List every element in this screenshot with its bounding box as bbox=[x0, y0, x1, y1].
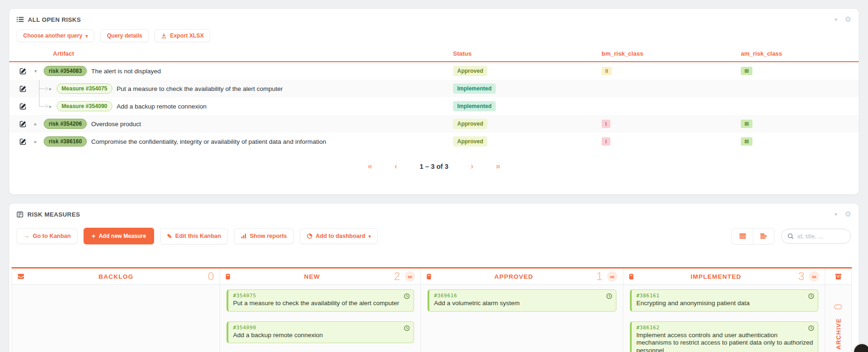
expand-row-icon[interactable]: ▸ bbox=[34, 121, 37, 127]
column-body-archive[interactable]: ARCHIVE 0 bbox=[825, 285, 851, 352]
search-input[interactable] bbox=[797, 233, 848, 240]
card-icon bbox=[427, 274, 431, 280]
table-row-risk-354206[interactable]: ▸ risk #354206 Overdose product Approved… bbox=[9, 115, 859, 133]
column-body-new[interactable]: #354075 Put a measure to check the avail… bbox=[220, 285, 421, 352]
pagination-prev-button[interactable]: ‹ bbox=[395, 161, 397, 171]
card-id: #386162 bbox=[636, 325, 813, 331]
card-icon bbox=[629, 274, 634, 280]
collapse-panel-icon[interactable]: ▾ bbox=[835, 211, 837, 218]
expand-row-icon[interactable]: ▸ bbox=[49, 103, 52, 109]
am-risk-class-badge: III bbox=[741, 137, 752, 146]
clock-icon bbox=[808, 293, 814, 299]
table-row-measure-354090[interactable]: ▸ Measure #354090 Add a backup remote co… bbox=[9, 97, 859, 115]
edit-icon[interactable] bbox=[16, 121, 30, 128]
choose-query-button[interactable]: Choose another query ▾ bbox=[17, 29, 94, 42]
table-row-measure-354075[interactable]: ▸ Measure #354075 Put a measure to check… bbox=[9, 80, 859, 97]
card-title: Add a volumetric alarm system bbox=[434, 300, 611, 307]
bm-risk-class-badge: I bbox=[602, 120, 610, 128]
collapse-panel-icon[interactable]: ▾ bbox=[835, 16, 837, 23]
pagination-next-button[interactable]: › bbox=[471, 161, 473, 171]
bm-risk-class-badge: I bbox=[602, 137, 610, 146]
measure-badge[interactable]: Measure #354075 bbox=[57, 83, 113, 94]
dashboard-icon bbox=[307, 233, 312, 239]
gear-icon[interactable]: ⚙ bbox=[845, 16, 851, 23]
table-row-risk-354083[interactable]: ▾ risk #354083 The alert is not displaye… bbox=[9, 62, 859, 80]
edit-icon[interactable] bbox=[16, 68, 30, 75]
column-body-backlog[interactable] bbox=[12, 285, 220, 352]
column-header-status: Status bbox=[446, 50, 594, 57]
expand-row-icon[interactable]: ▸ bbox=[34, 139, 37, 145]
measures-panel-header: RISK MEASURES ▾ ⚙ bbox=[9, 204, 859, 220]
measures-toolbar: → Go to Kanban + Add new Measure ✎ Edit … bbox=[9, 220, 859, 244]
risks-panel: ALL OPEN RISKS ▾ ⚙ Choose another query … bbox=[9, 8, 859, 195]
measures-panel-title: RISK MEASURES bbox=[27, 211, 80, 218]
clock-icon bbox=[606, 293, 612, 299]
gear-icon[interactable]: ⚙ bbox=[845, 211, 851, 218]
bm-risk-class-badge: II bbox=[602, 67, 612, 75]
table-row-risk-386160[interactable]: ▸ risk #386160 Compromise the confidenti… bbox=[9, 133, 859, 150]
show-reports-button[interactable]: Show reports bbox=[234, 228, 294, 244]
status-badge: Implemented bbox=[453, 101, 496, 111]
risk-badge[interactable]: risk #354083 bbox=[44, 66, 87, 76]
add-to-dashboard-button[interactable]: Add to dashboard ▾ bbox=[300, 228, 378, 244]
kanban-column-backlog: BACKLOG 0 bbox=[12, 269, 220, 352]
chart-icon bbox=[241, 233, 246, 239]
pagination-first-button[interactable]: « bbox=[368, 161, 372, 171]
column-count: 0 bbox=[208, 271, 214, 282]
row-title: Put a measure to check the availability … bbox=[117, 85, 283, 92]
risks-panel-title: ALL OPEN RISKS bbox=[28, 16, 81, 23]
column-count: 1 bbox=[596, 271, 602, 282]
edit-icon[interactable] bbox=[16, 85, 30, 92]
view-compact-button[interactable] bbox=[753, 229, 774, 244]
go-to-kanban-button[interactable]: → Go to Kanban bbox=[17, 228, 78, 244]
column-title-new[interactable]: NEW bbox=[235, 273, 389, 280]
kanban-column-new: NEW 2 ∞ #354075 Put a measure to check t… bbox=[220, 269, 421, 352]
view-toggle-group bbox=[732, 228, 774, 244]
measure-card-386161[interactable]: #386161 Encrypting and anonymising patie… bbox=[630, 289, 818, 312]
column-header-bm-risk-class: bm_risk_class bbox=[594, 50, 733, 57]
add-new-measure-button[interactable]: + Add new Measure bbox=[84, 228, 154, 244]
collapse-row-icon[interactable]: ▾ bbox=[34, 68, 37, 74]
pagination: « ‹ 1 – 3 of 3 › » bbox=[9, 161, 859, 171]
search-box[interactable] bbox=[781, 229, 851, 244]
card-id: #369616 bbox=[434, 293, 611, 299]
kanban-icon bbox=[17, 211, 23, 218]
column-body-implemented[interactable]: #386161 Encrypting and anonymising patie… bbox=[623, 285, 825, 352]
column-title-implemented[interactable]: IMPLEMENTED bbox=[638, 273, 794, 280]
pagination-label: 1 – 3 of 3 bbox=[420, 163, 448, 170]
column-title-archive[interactable]: ARCHIVE bbox=[835, 318, 842, 350]
row-title: Overdose product bbox=[91, 121, 141, 128]
edit-icon[interactable] bbox=[16, 103, 30, 110]
column-title-backlog[interactable]: BACKLOG bbox=[29, 273, 203, 280]
risks-table-header: Artifact Status bm_risk_class am_risk_cl… bbox=[9, 50, 859, 62]
archive-icon[interactable] bbox=[835, 274, 842, 280]
edit-kanban-button[interactable]: ✎ Edit this Kanban bbox=[160, 228, 228, 244]
risks-toolbar: Choose another query ▾ Query details Exp… bbox=[9, 25, 859, 42]
archive-rotated-label: ARCHIVE 0 bbox=[832, 304, 845, 350]
query-details-label: Query details bbox=[107, 32, 142, 39]
measure-card-386162[interactable]: #386162 Implement access controls and us… bbox=[630, 321, 818, 352]
am-risk-class-badge: III bbox=[741, 67, 752, 75]
tree-branch-icon bbox=[39, 80, 49, 97]
kanban-column-approved: APPROVED 1 ∞ #369616 Add a volumetric al… bbox=[421, 269, 623, 352]
measure-card-369616[interactable]: #369616 Add a volumetric alarm system bbox=[428, 289, 616, 312]
measure-card-354075[interactable]: #354075 Put a measure to check the avail… bbox=[227, 289, 414, 312]
measure-badge[interactable]: Measure #354090 bbox=[57, 101, 113, 111]
column-body-approved[interactable]: #369616 Add a volumetric alarm system bbox=[421, 285, 623, 352]
pagination-last-button[interactable]: » bbox=[496, 161, 500, 171]
edit-icon[interactable] bbox=[16, 138, 30, 145]
risk-badge[interactable]: risk #386160 bbox=[44, 136, 87, 147]
add-new-measure-label: Add new Measure bbox=[99, 233, 146, 239]
column-title-approved[interactable]: APPROVED bbox=[436, 273, 592, 280]
view-list-button[interactable] bbox=[732, 229, 753, 244]
chevron-down-icon: ▾ bbox=[369, 234, 371, 239]
tree-branch-icon bbox=[39, 97, 49, 115]
export-xlsx-button[interactable]: Export XLSX bbox=[155, 29, 210, 42]
measure-card-354090[interactable]: #354090 Add a backup remote connexion bbox=[227, 321, 414, 344]
search-icon bbox=[788, 233, 794, 239]
expand-row-icon[interactable]: ▸ bbox=[49, 86, 52, 92]
risk-badge[interactable]: risk #354206 bbox=[44, 119, 87, 129]
query-details-button[interactable]: Query details bbox=[100, 29, 149, 42]
chevron-down-icon: ▾ bbox=[85, 33, 88, 38]
show-reports-label: Show reports bbox=[250, 233, 287, 239]
